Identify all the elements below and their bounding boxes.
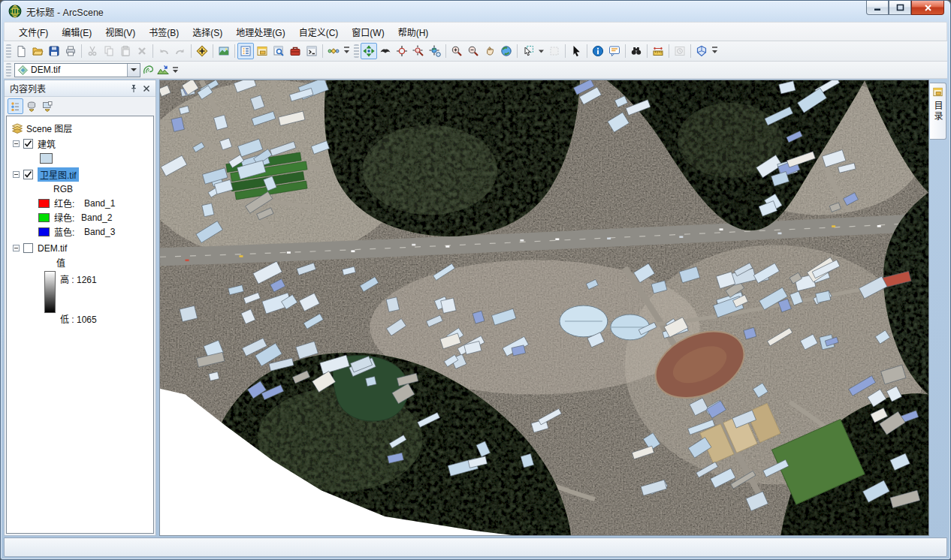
- find-icon: [630, 45, 642, 57]
- pan-button[interactable]: [482, 43, 498, 59]
- layer-building[interactable]: 建筑: [11, 137, 153, 151]
- window-title: 无标题 - ArcScene: [26, 5, 104, 19]
- dem-checkbox[interactable]: [23, 243, 33, 253]
- add-data-button[interactable]: [194, 43, 210, 59]
- new-document-button[interactable]: [13, 43, 29, 59]
- zoom-in-button[interactable]: [448, 43, 465, 59]
- close-icon: [924, 4, 932, 12]
- layer-combo-dropdown[interactable]: [127, 64, 140, 77]
- menu-help[interactable]: 帮助(H): [391, 23, 436, 41]
- toolbar-overflow-button[interactable]: [342, 43, 352, 59]
- menu-selection[interactable]: 选择(S): [186, 23, 229, 41]
- clear-selection-icon: [548, 45, 560, 57]
- fly-button[interactable]: [377, 43, 394, 59]
- layer-satellite[interactable]: 卫星图.tif: [11, 167, 153, 182]
- collapse-toggle[interactable]: [13, 140, 20, 147]
- center-on-target-button[interactable]: [394, 43, 410, 59]
- python-window-icon: [306, 45, 318, 57]
- select-features-button[interactable]: [568, 43, 584, 59]
- modelbuilder-button[interactable]: [325, 43, 342, 59]
- separator: [565, 44, 566, 58]
- pin-button[interactable]: [127, 82, 140, 95]
- scene-viewport[interactable]: 头条 @水经注GIS: [159, 80, 929, 536]
- menu-customize[interactable]: 自定义(C): [292, 23, 346, 41]
- band-blue-row: 蓝色: Band_3: [11, 224, 153, 239]
- toc-close-button[interactable]: [140, 82, 152, 95]
- list-by-drawing-order-button[interactable]: [8, 98, 23, 114]
- find-button[interactable]: [628, 43, 645, 59]
- dem-layer-label[interactable]: DEM.tif: [38, 243, 67, 254]
- collapse-toggle[interactable]: [13, 245, 20, 251]
- menu-file[interactable]: 文件(F): [12, 23, 55, 41]
- search-window-button[interactable]: [270, 43, 287, 59]
- toolbar-grip[interactable]: [354, 44, 359, 58]
- minimize-button[interactable]: [866, 1, 889, 15]
- html-popup-button[interactable]: [606, 43, 623, 59]
- observer-target-button[interactable]: [427, 43, 443, 59]
- building-layer-label[interactable]: 建筑: [38, 137, 56, 150]
- toolbar-overflow-button[interactable]: [171, 62, 180, 78]
- toc-window-button[interactable]: [237, 43, 254, 59]
- clear-selection-button: [546, 43, 563, 59]
- catalog-window-button[interactable]: [254, 43, 270, 59]
- scene-layers-group[interactable]: Scene 图层: [11, 121, 153, 135]
- undo-button: [155, 43, 172, 59]
- full-extent-button[interactable]: [498, 43, 515, 59]
- satellite-checkbox[interactable]: [23, 170, 33, 179]
- create-contours-button[interactable]: [140, 62, 155, 77]
- scene-3d-view[interactable]: [160, 80, 928, 535]
- list-by-source-button[interactable]: [23, 98, 39, 114]
- collapse-toggle[interactable]: [13, 171, 20, 178]
- toolbar-grip[interactable]: [6, 44, 11, 58]
- title-bar[interactable]: 无标题 - ArcScene: [4, 1, 947, 22]
- layer-select-combo[interactable]: DEM.tif: [14, 63, 140, 77]
- identify-button[interactable]: [590, 43, 606, 59]
- scene-viewer-button[interactable]: [216, 43, 232, 59]
- scene-group-label[interactable]: Scene 图层: [26, 122, 72, 134]
- save-icon: [48, 45, 60, 57]
- toolbar-overflow-button[interactable]: [710, 43, 720, 59]
- arctoolbox-button[interactable]: [287, 43, 303, 59]
- list-source-icon: [26, 101, 38, 113]
- cut-icon: [86, 45, 98, 57]
- print-icon: [65, 45, 77, 57]
- measure-icon: [652, 45, 664, 57]
- select-graphics-dropdown[interactable]: [536, 43, 546, 59]
- band-blue-swatch: [38, 227, 50, 236]
- catalog-tab[interactable]: 目录: [930, 83, 946, 140]
- menu-edit[interactable]: 编辑(E): [55, 23, 98, 41]
- select-graphics-button[interactable]: [520, 43, 536, 59]
- zoom-out-button[interactable]: [465, 43, 482, 59]
- open-button[interactable]: [29, 43, 46, 59]
- navigate-button[interactable]: [361, 43, 377, 59]
- menu-geoprocessing[interactable]: 地理处理(G): [229, 23, 291, 41]
- dem-low-label: 低 : 1065: [60, 312, 97, 325]
- toolbar-grip[interactable]: [6, 63, 11, 77]
- python-window-button[interactable]: [303, 43, 320, 59]
- layer-dem[interactable]: DEM.tif: [11, 241, 153, 255]
- redo-button: [172, 43, 189, 59]
- building-symbol-swatch[interactable]: [40, 153, 53, 164]
- scene-image-icon: [218, 45, 230, 57]
- steepest-path-button[interactable]: [155, 62, 171, 77]
- measure-button[interactable]: [650, 43, 666, 59]
- select-features-icon: [570, 45, 582, 57]
- print-button[interactable]: [62, 43, 79, 59]
- list-by-visibility-button[interactable]: [39, 98, 55, 114]
- zoom-to-target-button[interactable]: [410, 43, 427, 59]
- menu-bookmarks[interactable]: 书签(B): [142, 23, 186, 41]
- viewer-3d-button[interactable]: [693, 43, 710, 59]
- toc-title: 内容列表: [10, 82, 127, 95]
- menu-window[interactable]: 窗口(W): [345, 23, 391, 41]
- toc-header[interactable]: 内容列表: [5, 80, 155, 97]
- maximize-button[interactable]: [889, 1, 911, 15]
- satellite-layer-label[interactable]: 卫星图.tif: [38, 167, 79, 182]
- band-green-row: 绿色: Band_2: [11, 210, 153, 224]
- band-red-swatch: [38, 199, 50, 208]
- menu-view[interactable]: 视图(V): [98, 23, 142, 41]
- band-green-swatch: [38, 213, 50, 222]
- close-button[interactable]: [911, 1, 944, 15]
- save-button[interactable]: [46, 43, 62, 59]
- main-area: 内容列表 Scene 图层 建筑: [4, 80, 947, 536]
- building-checkbox[interactable]: [23, 139, 33, 149]
